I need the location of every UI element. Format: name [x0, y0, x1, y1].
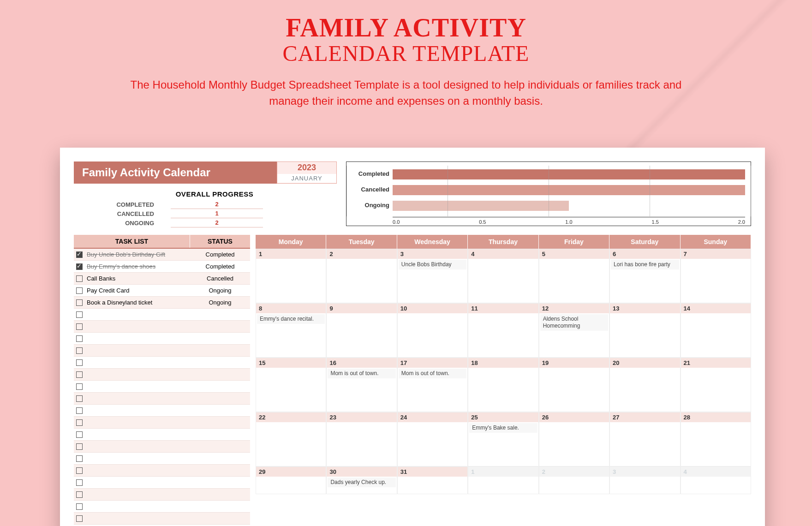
- task-checkbox[interactable]: [74, 263, 85, 270]
- chart-bar: [393, 201, 569, 211]
- task-row: Book a Disneyland ticketOngoing: [74, 297, 250, 309]
- task-row-empty: [74, 357, 250, 369]
- calendar-day[interactable]: 24: [397, 412, 468, 466]
- calendar-day[interactable]: 27: [609, 412, 680, 466]
- calendar-day[interactable]: 15: [256, 358, 326, 412]
- calendar-day[interactable]: 23: [326, 412, 397, 466]
- task-checkbox[interactable]: [74, 419, 85, 426]
- task-status: Ongoing: [190, 287, 250, 294]
- task-checkbox[interactable]: [74, 515, 85, 522]
- calendar-week: 1516Mom is out of town.17Mom is out of t…: [256, 358, 751, 412]
- chart-bar: [393, 185, 745, 195]
- calendar-title-block: Family Activity Calendar 2023 JANUARY: [74, 161, 337, 184]
- task-checkbox[interactable]: [74, 311, 85, 318]
- task-checkbox[interactable]: [74, 491, 85, 498]
- day-number: 13: [610, 304, 680, 313]
- calendar-day[interactable]: 11: [468, 303, 538, 358]
- task-row-empty: [74, 489, 250, 501]
- progress-label: CANCELLED: [74, 210, 171, 217]
- calendar-day[interactable]: 19: [539, 358, 609, 412]
- calendar-day[interactable]: 8Emmy's dance recital.: [256, 303, 326, 358]
- calendar-day[interactable]: 13: [609, 303, 680, 358]
- calendar-day[interactable]: 17Mom is out of town.: [397, 358, 468, 412]
- year-month-box: 2023 JANUARY: [277, 161, 337, 184]
- calendar-day-header: Thursday: [468, 235, 538, 249]
- task-row: Pay Credit CardOngoing: [74, 285, 250, 297]
- task-checkbox[interactable]: [74, 275, 85, 282]
- calendar-day[interactable]: 26: [539, 412, 609, 466]
- task-checkbox[interactable]: [74, 359, 85, 366]
- chart-bar-label: Ongoing: [350, 202, 389, 209]
- day-number: 7: [681, 249, 751, 259]
- calendar-event: Mom is out of town.: [328, 369, 395, 378]
- task-checkbox[interactable]: [74, 335, 85, 342]
- calendar-day[interactable]: 16Mom is out of town.: [326, 358, 397, 412]
- day-number: 30: [327, 467, 396, 477]
- progress-value: 2: [171, 200, 263, 209]
- chart-bar-row: Completed: [393, 167, 745, 181]
- calendar-day[interactable]: 14: [681, 303, 751, 358]
- calendar-day[interactable]: 29: [256, 466, 326, 494]
- task-checkbox[interactable]: [74, 299, 85, 306]
- task-checkbox[interactable]: [74, 251, 85, 258]
- overall-progress: OVERALL PROGRESS COMPLETED2CANCELLED1ONG…: [74, 190, 337, 227]
- task-row-empty: [74, 441, 250, 453]
- task-row-empty: [74, 465, 250, 477]
- calendar-day[interactable]: 30Dads yearly Check up.: [326, 466, 397, 494]
- calendar-day[interactable]: 4: [681, 466, 751, 494]
- chart-gridline: [751, 166, 751, 216]
- calendar-day[interactable]: 18: [468, 358, 538, 412]
- task-checkbox[interactable]: [74, 443, 85, 450]
- calendar-event: Mom is out of town.: [399, 369, 466, 378]
- task-checkbox[interactable]: [74, 383, 85, 390]
- calendar-day[interactable]: 1: [256, 249, 326, 303]
- calendar-day[interactable]: 10: [397, 303, 468, 358]
- chart-tick: 1.0: [565, 219, 572, 225]
- day-number: 12: [539, 304, 609, 313]
- progress-value: 2: [171, 218, 263, 227]
- task-checkbox[interactable]: [74, 371, 85, 378]
- calendar-day[interactable]: 3: [609, 466, 680, 494]
- day-number: 20: [610, 358, 680, 368]
- calendar-day[interactable]: 22: [256, 412, 326, 466]
- chart-tick: 1.5: [652, 219, 659, 225]
- task-checkbox[interactable]: [74, 407, 85, 414]
- calendar-day[interactable]: 2: [326, 249, 397, 303]
- task-checkbox[interactable]: [74, 323, 85, 330]
- calendar-day[interactable]: 1: [468, 466, 538, 494]
- calendar-day[interactable]: 12Aldens School Homecomming: [539, 303, 609, 358]
- day-number: 4: [468, 249, 538, 259]
- chart-tick: 0.5: [479, 219, 486, 225]
- calendar-day[interactable]: 4: [468, 249, 538, 303]
- task-checkbox[interactable]: [74, 431, 85, 438]
- task-row: Buy Emmy's dance shoesCompleted: [74, 261, 250, 273]
- calendar-day[interactable]: 2: [539, 466, 609, 494]
- calendar-day[interactable]: 31: [397, 466, 468, 494]
- task-text: Buy Emmy's dance shoes: [85, 263, 190, 270]
- calendar-header-row: MondayTuesdayWednesdayThursdayFridaySatu…: [256, 235, 751, 249]
- calendar-day[interactable]: 21: [681, 358, 751, 412]
- calendar-event: Uncle Bobs Birthday: [399, 260, 466, 269]
- task-checkbox[interactable]: [74, 503, 85, 510]
- task-checkbox[interactable]: [74, 455, 85, 462]
- calendar-day[interactable]: 5: [539, 249, 609, 303]
- task-checkbox[interactable]: [74, 479, 85, 486]
- calendar-day[interactable]: 20: [609, 358, 680, 412]
- calendar-day[interactable]: 9: [326, 303, 397, 358]
- chart-bar-label: Completed: [350, 170, 389, 177]
- calendar-day[interactable]: 7: [681, 249, 751, 303]
- task-checkbox[interactable]: [74, 287, 85, 294]
- task-checkbox[interactable]: [74, 347, 85, 354]
- task-text: Pay Credit Card: [85, 287, 190, 294]
- calendar-day[interactable]: 3Uncle Bobs Birthday: [397, 249, 468, 303]
- task-checkbox[interactable]: [74, 467, 85, 474]
- day-number: 14: [681, 304, 751, 313]
- year-value: 2023: [277, 163, 336, 173]
- calendar-day[interactable]: 6Lori has bone fire party: [609, 249, 680, 303]
- calendar-day[interactable]: 25Emmy's Bake sale.: [468, 412, 538, 466]
- task-row-empty: [74, 321, 250, 333]
- day-number: 10: [398, 304, 467, 313]
- calendar-day-header: Friday: [539, 235, 609, 249]
- calendar-day[interactable]: 28: [681, 412, 751, 466]
- task-checkbox[interactable]: [74, 395, 85, 402]
